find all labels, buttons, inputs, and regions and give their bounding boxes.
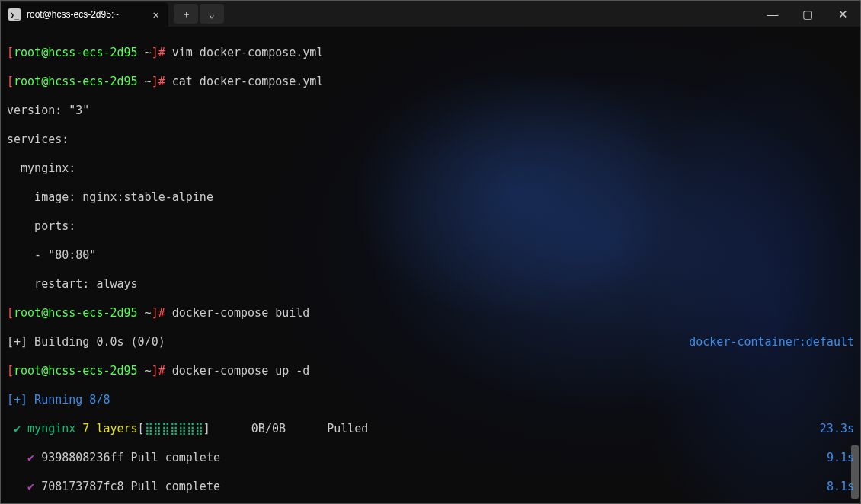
yaml-line: restart: always bbox=[7, 277, 854, 292]
prompt-line: [root@hcss-ecs-2d95 ~]# vim docker-compo… bbox=[7, 46, 854, 60]
running-header: [+] Running 8/8 bbox=[7, 393, 854, 407]
terminal-output: [root@hcss-ecs-2d95 ~]# vim docker-compo… bbox=[7, 31, 854, 503]
terminal-body[interactable]: [root@hcss-ecs-2d95 ~]# vim docker-compo… bbox=[1, 27, 860, 503]
command-up: docker-compose up -d bbox=[165, 364, 310, 378]
window-controls: — ▢ ✕ bbox=[755, 1, 860, 27]
maximize-button[interactable]: ▢ bbox=[790, 1, 825, 27]
yaml-line: mynginx: bbox=[7, 161, 854, 176]
titlebar: ❯_ root@hcss-ecs-2d95:~ ✕ ＋ ⌄ — ▢ ✕ bbox=[1, 1, 860, 27]
yaml-line: - "80:80" bbox=[7, 248, 854, 263]
close-tab-button[interactable]: ✕ bbox=[150, 8, 162, 22]
prompt-line: [root@hcss-ecs-2d95 ~]# docker-compose u… bbox=[7, 364, 854, 378]
prompt-line: [root@hcss-ecs-2d95 ~]# cat docker-compo… bbox=[7, 75, 854, 89]
pull-layer-line: ✔ 708173787fc8 Pull complete8.1s bbox=[7, 480, 854, 494]
titlebar-drag-area[interactable] bbox=[225, 1, 755, 27]
command-vim: vim docker-compose.yml bbox=[165, 46, 324, 59]
build-output: [+] Building 0.0s (0/0)docker-container:… bbox=[7, 335, 854, 349]
terminal-icon: ❯_ bbox=[8, 8, 21, 21]
yaml-line: ports: bbox=[7, 219, 854, 234]
terminal-window: ❯_ root@hcss-ecs-2d95:~ ✕ ＋ ⌄ — ▢ ✕ [roo… bbox=[0, 0, 861, 504]
command-build: docker-compose build bbox=[165, 306, 310, 320]
pull-summary-line: ✔ mynginx 7 layers[⣿⣿⣿⣿⣿⣿⣿] 0B/0B Pulled… bbox=[7, 422, 854, 436]
tab-dropdown-button[interactable]: ⌄ bbox=[200, 4, 224, 24]
tab-title: root@hcss-ecs-2d95:~ bbox=[27, 8, 144, 22]
pull-layer-line: ✔ 9398808236ff Pull complete9.1s bbox=[7, 451, 854, 465]
minimize-button[interactable]: — bbox=[755, 1, 790, 27]
yaml-line: version: "3" bbox=[7, 104, 854, 118]
prompt-line: [root@hcss-ecs-2d95 ~]# docker-compose b… bbox=[7, 306, 854, 321]
close-window-button[interactable]: ✕ bbox=[825, 1, 860, 27]
command-cat: cat docker-compose.yml bbox=[165, 75, 324, 88]
tab-actions: ＋ ⌄ bbox=[173, 1, 225, 27]
active-tab[interactable]: ❯_ root@hcss-ecs-2d95:~ ✕ bbox=[1, 2, 168, 27]
yaml-line: services: bbox=[7, 132, 854, 147]
yaml-line: image: nginx:stable-alpine bbox=[7, 190, 854, 205]
new-tab-button[interactable]: ＋ bbox=[174, 4, 198, 24]
